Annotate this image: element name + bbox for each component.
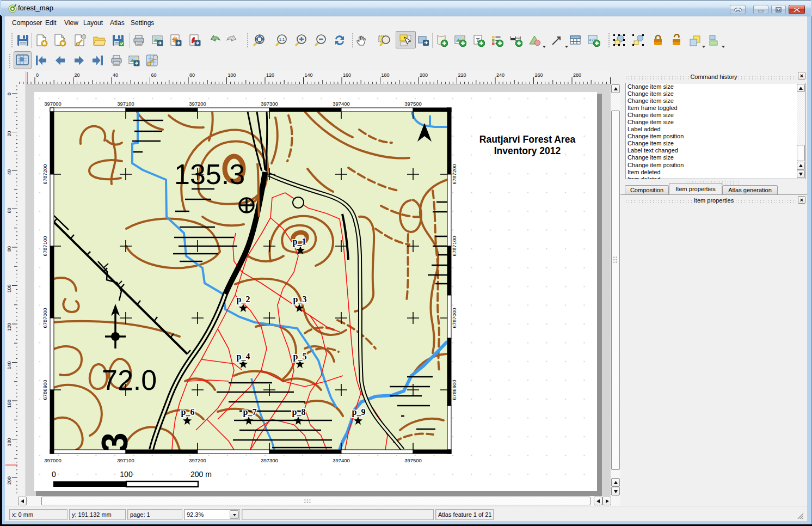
svg-text:260: 260 [535, 72, 543, 78]
svg-text:397100: 397100 [117, 457, 134, 463]
svg-text:180: 180 [382, 72, 390, 78]
svg-text:p_7: p_7 [243, 407, 257, 417]
svg-text:200: 200 [420, 72, 428, 78]
svg-text:p_4: p_4 [237, 352, 250, 362]
svg-text:60: 60 [7, 208, 12, 213]
svg-text:120: 120 [266, 72, 274, 78]
svg-text:280: 280 [573, 72, 581, 78]
svg-text:Rautjarvi Forest Area: Rautjarvi Forest Area [479, 134, 576, 145]
svg-text:6786900: 6786900 [451, 380, 457, 400]
svg-text:80: 80 [7, 246, 12, 252]
svg-text:220: 220 [458, 72, 466, 78]
svg-text:0: 0 [36, 72, 39, 78]
svg-text:80: 80 [189, 72, 195, 78]
svg-text:p_6: p_6 [181, 407, 195, 417]
svg-text:160: 160 [7, 400, 12, 408]
svg-text:40: 40 [113, 72, 118, 78]
svg-text:397500: 397500 [404, 101, 422, 107]
svg-text:160: 160 [343, 72, 351, 78]
svg-text:100: 100 [228, 72, 236, 78]
svg-text:p_9: p_9 [352, 407, 366, 417]
svg-text:p_2: p_2 [237, 295, 250, 304]
svg-text:100: 100 [120, 470, 133, 479]
svg-text:72.0: 72.0 [102, 364, 157, 396]
svg-text:40: 40 [7, 169, 12, 175]
svg-text:60: 60 [151, 72, 157, 78]
svg-text:20: 20 [75, 72, 80, 78]
svg-text:p_1: p_1 [293, 237, 306, 247]
svg-text:6786900: 6786900 [42, 380, 48, 400]
svg-text:200: 200 [7, 476, 12, 485]
svg-text:20: 20 [7, 131, 12, 137]
svg-text:140: 140 [305, 72, 313, 78]
svg-text:6787100: 6787100 [42, 236, 48, 256]
svg-text:240: 240 [496, 72, 505, 78]
svg-text:397300: 397300 [261, 457, 278, 463]
svg-text:397500: 397500 [404, 457, 422, 463]
svg-text:6787100: 6787100 [451, 236, 457, 256]
svg-text:0: 0 [52, 470, 56, 479]
svg-text:6787000: 6787000 [42, 308, 48, 328]
svg-text:6787200: 6787200 [42, 164, 48, 185]
svg-text:p_5: p_5 [293, 352, 307, 362]
svg-text:397200: 397200 [189, 457, 206, 463]
svg-text:397000: 397000 [44, 457, 61, 463]
svg-text:397300: 397300 [261, 101, 278, 107]
svg-text:397400: 397400 [333, 101, 350, 107]
svg-text:0: 0 [7, 93, 12, 95]
svg-text:135.3: 135.3 [174, 158, 245, 190]
svg-text:397100: 397100 [117, 101, 134, 107]
svg-text:Inventory 2012: Inventory 2012 [494, 145, 561, 156]
svg-text:120: 120 [7, 323, 12, 331]
svg-text:6787000: 6787000 [451, 308, 457, 328]
svg-text:p_3: p_3 [293, 295, 307, 304]
svg-text:140: 140 [7, 362, 12, 370]
svg-text:100: 100 [7, 285, 12, 293]
svg-text:6787200: 6787200 [451, 164, 457, 185]
svg-text:397000: 397000 [44, 101, 61, 107]
svg-text:p_8: p_8 [292, 407, 306, 417]
svg-text:397200: 397200 [189, 101, 206, 107]
svg-text:200 m: 200 m [190, 470, 212, 479]
svg-text:397400: 397400 [333, 457, 350, 463]
svg-text:180: 180 [7, 438, 12, 447]
